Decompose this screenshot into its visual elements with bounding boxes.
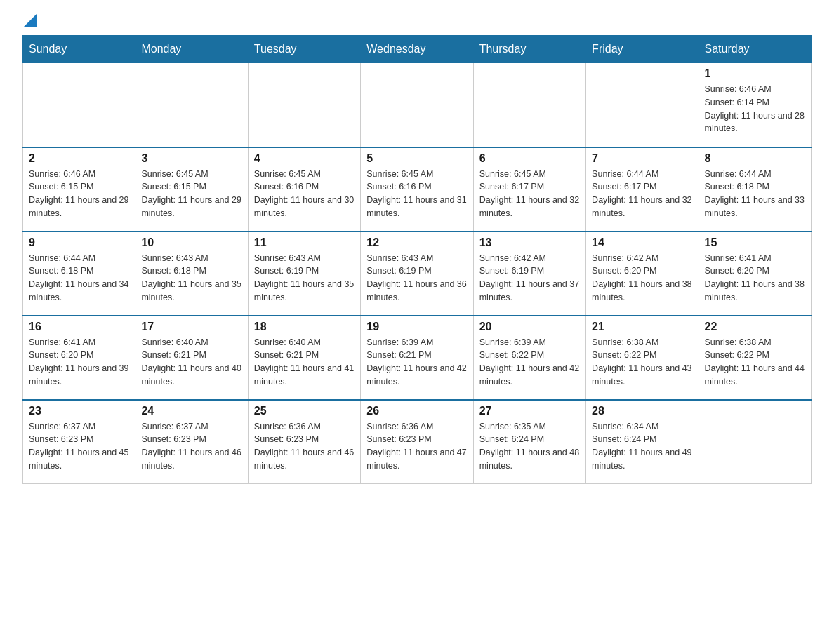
weekday-header-friday: Friday [586, 36, 699, 63]
weekday-header-monday: Monday [135, 36, 248, 63]
day-number: 15 [705, 236, 805, 249]
day-info: Sunrise: 6:39 AMSunset: 6:22 PMDaylight:… [479, 336, 580, 389]
calendar-day-cell: 7Sunrise: 6:44 AMSunset: 6:17 PMDaylight… [586, 147, 699, 232]
logo-triangle-icon [24, 14, 37, 27]
calendar-day-cell: 12Sunrise: 6:43 AMSunset: 6:19 PMDayligh… [361, 232, 473, 316]
calendar-week-row: 2Sunrise: 6:46 AMSunset: 6:15 PMDaylight… [23, 147, 812, 232]
day-number: 13 [479, 236, 580, 249]
calendar-day-cell: 18Sunrise: 6:40 AMSunset: 6:21 PMDayligh… [248, 316, 360, 400]
day-number: 19 [366, 321, 467, 333]
day-info: Sunrise: 6:41 AMSunset: 6:20 PMDaylight:… [705, 252, 805, 304]
weekday-header-wednesday: Wednesday [361, 36, 473, 63]
day-number: 8 [705, 152, 805, 165]
day-info: Sunrise: 6:42 AMSunset: 6:20 PMDaylight:… [592, 252, 692, 304]
calendar-day-cell: 23Sunrise: 6:37 AMSunset: 6:23 PMDayligh… [23, 400, 135, 484]
calendar-day-cell: 8Sunrise: 6:44 AMSunset: 6:18 PMDaylight… [699, 147, 811, 232]
weekday-header-sunday: Sunday [23, 36, 135, 63]
calendar-day-cell: 10Sunrise: 6:43 AMSunset: 6:18 PMDayligh… [135, 232, 248, 316]
calendar-day-cell: 22Sunrise: 6:38 AMSunset: 6:22 PMDayligh… [699, 316, 811, 400]
calendar-day-cell: 24Sunrise: 6:37 AMSunset: 6:23 PMDayligh… [135, 400, 248, 484]
day-number: 3 [141, 152, 241, 165]
day-info: Sunrise: 6:45 AMSunset: 6:15 PMDaylight:… [141, 168, 241, 220]
calendar-day-cell: 11Sunrise: 6:43 AMSunset: 6:19 PMDayligh… [248, 232, 360, 316]
day-info: Sunrise: 6:35 AMSunset: 6:24 PMDaylight:… [479, 420, 580, 473]
day-info: Sunrise: 6:41 AMSunset: 6:20 PMDaylight:… [29, 336, 129, 389]
weekday-header-thursday: Thursday [473, 36, 585, 63]
calendar-day-cell [361, 63, 473, 147]
calendar-day-cell [135, 63, 248, 147]
calendar-table: SundayMondayTuesdayWednesdayThursdayFrid… [22, 35, 812, 484]
calendar-day-cell: 21Sunrise: 6:38 AMSunset: 6:22 PMDayligh… [586, 316, 699, 400]
day-info: Sunrise: 6:45 AMSunset: 6:16 PMDaylight:… [366, 168, 467, 220]
calendar-week-row: 16Sunrise: 6:41 AMSunset: 6:20 PMDayligh… [23, 316, 812, 400]
day-info: Sunrise: 6:45 AMSunset: 6:17 PMDaylight:… [479, 168, 580, 220]
calendar-day-cell: 17Sunrise: 6:40 AMSunset: 6:21 PMDayligh… [135, 316, 248, 400]
calendar-day-cell: 25Sunrise: 6:36 AMSunset: 6:23 PMDayligh… [248, 400, 360, 484]
day-number: 5 [366, 152, 467, 165]
calendar-day-cell: 20Sunrise: 6:39 AMSunset: 6:22 PMDayligh… [473, 316, 585, 400]
logo [22, 17, 37, 24]
day-info: Sunrise: 6:37 AMSunset: 6:23 PMDaylight:… [141, 420, 241, 473]
day-number: 27 [479, 405, 580, 417]
calendar-day-cell: 2Sunrise: 6:46 AMSunset: 6:15 PMDaylight… [23, 147, 135, 232]
calendar-week-row: 9Sunrise: 6:44 AMSunset: 6:18 PMDaylight… [23, 232, 812, 316]
calendar-day-cell [586, 63, 699, 147]
day-number: 22 [705, 321, 805, 333]
day-info: Sunrise: 6:36 AMSunset: 6:23 PMDaylight:… [254, 420, 355, 473]
day-number: 20 [479, 321, 580, 333]
calendar-day-cell: 3Sunrise: 6:45 AMSunset: 6:15 PMDaylight… [135, 147, 248, 232]
calendar-day-cell: 5Sunrise: 6:45 AMSunset: 6:16 PMDaylight… [361, 147, 473, 232]
day-info: Sunrise: 6:46 AMSunset: 6:15 PMDaylight:… [29, 168, 129, 220]
day-info: Sunrise: 6:44 AMSunset: 6:18 PMDaylight:… [29, 252, 129, 304]
day-number: 1 [705, 67, 805, 80]
calendar-day-cell: 26Sunrise: 6:36 AMSunset: 6:23 PMDayligh… [361, 400, 473, 484]
day-info: Sunrise: 6:43 AMSunset: 6:19 PMDaylight:… [366, 252, 467, 304]
day-number: 28 [592, 405, 692, 417]
weekday-header-tuesday: Tuesday [248, 36, 360, 63]
weekday-header-saturday: Saturday [699, 36, 811, 63]
day-info: Sunrise: 6:45 AMSunset: 6:16 PMDaylight:… [254, 168, 355, 220]
calendar-day-cell [473, 63, 585, 147]
day-info: Sunrise: 6:39 AMSunset: 6:21 PMDaylight:… [366, 336, 467, 389]
calendar-day-cell: 1Sunrise: 6:46 AMSunset: 6:14 PMDaylight… [699, 63, 811, 147]
calendar-day-cell: 15Sunrise: 6:41 AMSunset: 6:20 PMDayligh… [699, 232, 811, 316]
day-number: 14 [592, 236, 692, 249]
day-info: Sunrise: 6:40 AMSunset: 6:21 PMDaylight:… [141, 336, 241, 389]
day-info: Sunrise: 6:43 AMSunset: 6:18 PMDaylight:… [141, 252, 241, 304]
calendar-day-cell: 28Sunrise: 6:34 AMSunset: 6:24 PMDayligh… [586, 400, 699, 484]
page-header [22, 17, 812, 24]
day-number: 11 [254, 236, 355, 249]
day-info: Sunrise: 6:38 AMSunset: 6:22 PMDaylight:… [705, 336, 805, 389]
calendar-day-cell: 6Sunrise: 6:45 AMSunset: 6:17 PMDaylight… [473, 147, 585, 232]
calendar-day-cell [699, 400, 811, 484]
day-number: 9 [29, 236, 129, 249]
day-number: 12 [366, 236, 467, 249]
day-number: 23 [29, 405, 129, 417]
calendar-day-cell: 16Sunrise: 6:41 AMSunset: 6:20 PMDayligh… [23, 316, 135, 400]
day-number: 21 [592, 321, 692, 333]
day-info: Sunrise: 6:42 AMSunset: 6:19 PMDaylight:… [479, 252, 580, 304]
day-number: 26 [366, 405, 467, 417]
day-number: 6 [479, 152, 580, 165]
day-info: Sunrise: 6:40 AMSunset: 6:21 PMDaylight:… [254, 336, 355, 389]
calendar-week-row: 1Sunrise: 6:46 AMSunset: 6:14 PMDaylight… [23, 63, 812, 147]
day-info: Sunrise: 6:43 AMSunset: 6:19 PMDaylight:… [254, 252, 355, 304]
calendar-day-cell: 4Sunrise: 6:45 AMSunset: 6:16 PMDaylight… [248, 147, 360, 232]
day-info: Sunrise: 6:46 AMSunset: 6:14 PMDaylight:… [705, 83, 805, 135]
day-info: Sunrise: 6:34 AMSunset: 6:24 PMDaylight:… [592, 420, 692, 473]
day-info: Sunrise: 6:36 AMSunset: 6:23 PMDaylight:… [366, 420, 467, 473]
calendar-week-row: 23Sunrise: 6:37 AMSunset: 6:23 PMDayligh… [23, 400, 812, 484]
day-number: 10 [141, 236, 241, 249]
calendar-day-cell: 19Sunrise: 6:39 AMSunset: 6:21 PMDayligh… [361, 316, 473, 400]
day-number: 16 [29, 321, 129, 333]
day-info: Sunrise: 6:38 AMSunset: 6:22 PMDaylight:… [592, 336, 692, 389]
calendar-header-row: SundayMondayTuesdayWednesdayThursdayFrid… [23, 36, 812, 63]
calendar-day-cell [23, 63, 135, 147]
day-number: 4 [254, 152, 355, 165]
day-number: 25 [254, 405, 355, 417]
day-number: 18 [254, 321, 355, 333]
calendar-day-cell: 14Sunrise: 6:42 AMSunset: 6:20 PMDayligh… [586, 232, 699, 316]
day-number: 17 [141, 321, 241, 333]
day-number: 24 [141, 405, 241, 417]
svg-marker-0 [24, 14, 37, 27]
